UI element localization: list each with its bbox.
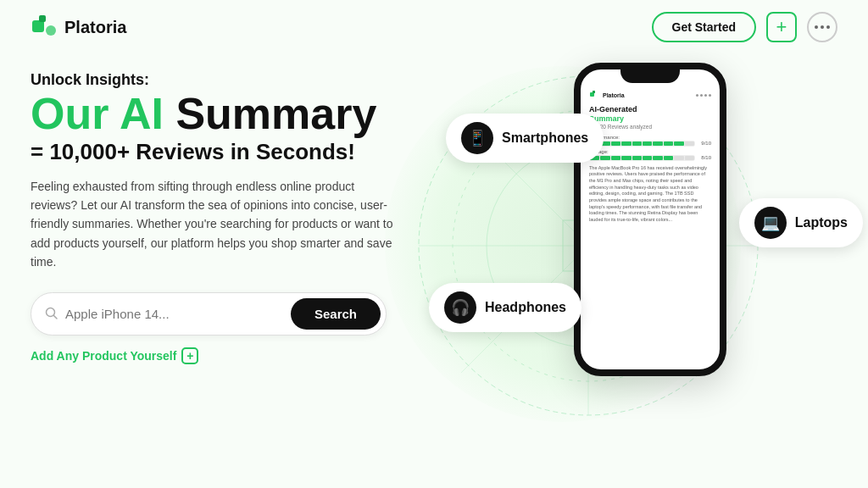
phone-stat1-score: 9/10 <box>698 141 711 146</box>
brand-name: Platoria <box>64 18 126 37</box>
headphones-label: Headphones <box>485 300 566 315</box>
svg-rect-9 <box>39 15 46 22</box>
plus-icon: + <box>776 16 787 38</box>
phone-app-header: Platoria <box>589 90 711 100</box>
phone-card-description: The Apple MacBook Pro 16 has received ov… <box>589 165 711 224</box>
dot1 <box>815 25 818 29</box>
header-actions: Get Started + <box>652 12 837 42</box>
dot2 <box>821 25 824 29</box>
add-icon-button[interactable]: + <box>766 12 797 42</box>
hero-heading: Our AI Summary <box>31 91 446 137</box>
svg-line-12 <box>54 316 58 319</box>
svg-rect-8 <box>32 20 44 32</box>
smartphones-icon: 📱 <box>461 122 493 154</box>
phone-mockup: Platoria AI-Generated Summary 58 920 Rev… <box>574 63 726 376</box>
add-product-link[interactable]: Add Any Product Yourself + <box>31 347 446 364</box>
phone-stat2-label: Storage: <box>589 149 711 154</box>
main-content: Unlock Insights: Our AI Summary = 10,000… <box>0 54 868 478</box>
smartphones-label: Smartphones <box>502 130 588 146</box>
hero-subtitle: Unlock Insights: <box>31 71 446 89</box>
hero-description: Feeling exhausted from sifting through e… <box>31 177 395 272</box>
category-pill-smartphones[interactable]: 📱 Smartphones <box>446 114 604 163</box>
search-icon <box>45 307 58 320</box>
more-options-button[interactable] <box>807 12 837 42</box>
headphones-icon: 🎧 <box>444 291 476 324</box>
phone-bar2: 8/10 <box>589 155 711 161</box>
phone-stat2-score: 8/10 <box>698 155 711 160</box>
phone-logo-text: Platoria <box>603 92 625 98</box>
add-product-label: Add Any Product Yourself <box>31 349 176 363</box>
logo-icon <box>31 14 58 41</box>
left-content: Unlock Insights: Our AI Summary = 10,000… <box>31 63 446 478</box>
svg-rect-14 <box>593 91 595 93</box>
search-button[interactable]: Search <box>291 298 381 330</box>
dot3 <box>826 25 830 29</box>
add-product-icon: + <box>181 347 198 364</box>
phone-card-title: AI-Generated Summary <box>589 105 711 124</box>
phone-notch <box>620 69 680 83</box>
header: Platoria Get Started + <box>0 0 868 54</box>
hero-subheading: = 10,000+ Reviews in Seconds! <box>31 139 446 165</box>
phone-bar1: 9/10 <box>589 141 711 147</box>
get-started-button[interactable]: Get Started <box>652 12 756 42</box>
hero-heading-normal: Summary <box>164 89 376 138</box>
phone-screen: Platoria AI-Generated Summary 58 920 Rev… <box>581 83 720 230</box>
hero-heading-highlighted: Our AI <box>31 89 164 138</box>
phone-stat1-label: Performance: <box>589 135 711 140</box>
category-pill-headphones[interactable]: 🎧 Headphones <box>429 283 581 332</box>
phone-dots <box>696 94 711 97</box>
laptops-label: Laptops <box>795 215 848 230</box>
logo: Platoria <box>31 14 126 41</box>
search-input[interactable] <box>65 307 291 321</box>
category-pill-laptops[interactable]: 💻 Laptops <box>739 198 863 247</box>
svg-point-10 <box>46 25 56 36</box>
phone-reviews-count: 58 920 Reviews analyzed <box>589 124 711 130</box>
laptops-icon: 💻 <box>754 207 787 239</box>
search-container: Search <box>31 292 387 336</box>
right-content: 📱 Smartphones 💻 Laptops 🎧 Headphones <box>463 63 837 478</box>
